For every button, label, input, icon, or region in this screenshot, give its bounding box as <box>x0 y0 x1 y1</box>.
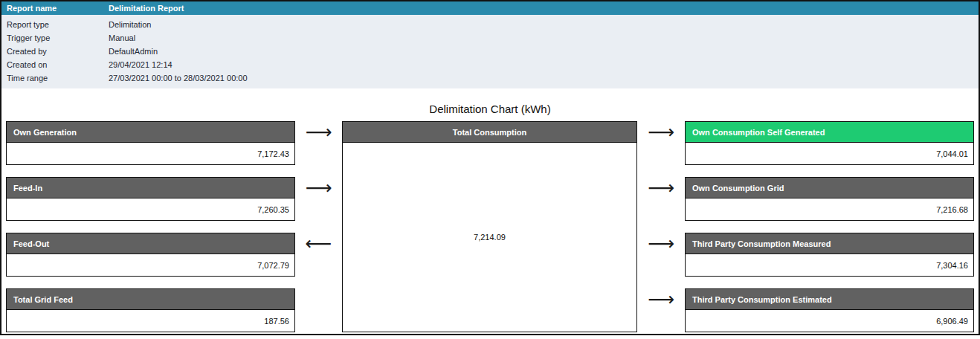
box-header: Total Grid Feed <box>6 288 295 310</box>
flow-arrow-cell: ⟶ <box>295 121 342 165</box>
info-row-trigger-type: Trigger type Manual <box>1 31 979 45</box>
arrow-left-icon: ⟵ <box>306 233 332 254</box>
info-row-created-on: Created on 29/04/2021 12:14 <box>1 58 979 71</box>
info-row-report-type: Report type Delimitation <box>1 18 979 31</box>
box-feed-in: Feed-In 7,260.35 <box>6 177 295 221</box>
box-header-highlighted: Own Consumption Self Generated <box>685 121 974 143</box>
arrow-right-icon: ⟶ <box>648 233 674 254</box>
info-label: Report type <box>1 20 109 29</box>
flow-arrow-cell: ⟶ <box>637 233 685 277</box>
box-own-consumption-self-generated: Own Consumption Self Generated 7,044.01 <box>685 121 974 165</box>
flow-arrow-cell: ⟶ <box>637 288 685 332</box>
box-own-consumption-grid: Own Consumption Grid 7,216.68 <box>685 177 974 221</box>
flow-arrow-cell: ⟶ <box>295 177 342 221</box>
info-value: 29/04/2021 12:14 <box>109 60 173 69</box>
report-name-value: Delimitation Report <box>109 4 184 13</box>
report-info-header-row: Report name Delimitation Report <box>1 1 979 15</box>
box-total-grid-feed: Total Grid Feed 187.56 <box>6 288 295 332</box>
info-value: Delimitation <box>109 20 151 29</box>
flow-arrow-cell: ⟶ <box>637 177 685 221</box>
box-value: 6,906.49 <box>685 310 974 332</box>
box-value: 7,214.09 <box>342 143 637 332</box>
box-header: Own Consumption Grid <box>685 177 974 198</box>
box-value: 7,260.35 <box>6 198 295 221</box>
box-third-party-consumption-measured: Third Party Consumption Measured 7,304.1… <box>685 233 974 277</box>
box-value: 7,172.43 <box>6 143 295 165</box>
box-header: Feed-Out <box>6 233 295 254</box>
box-header: Own Generation <box>6 121 295 143</box>
box-third-party-consumption-estimated: Third Party Consumption Estimated 6,906.… <box>685 288 974 332</box>
arrow-right-icon: ⟶ <box>306 177 332 198</box>
box-header: Third Party Consumption Measured <box>685 233 974 254</box>
box-value: 187.56 <box>6 310 295 332</box>
box-value: 7,072.79 <box>6 254 295 277</box>
info-value: Manual <box>109 33 135 42</box>
delimitation-chart: Own Generation 7,172.43 ⟶ Total Consumpt… <box>1 121 979 332</box>
info-row-created-by: Created by DefaultAdmin <box>1 45 979 58</box>
box-value: 7,044.01 <box>685 143 974 165</box>
box-header: Feed-In <box>6 177 295 198</box>
box-total-consumption: Total Consumption 7,214.09 <box>342 121 637 332</box>
info-label: Created on <box>1 60 109 69</box>
box-own-generation: Own Generation 7,172.43 <box>6 121 295 165</box>
info-value: 27/03/2021 00:00 to 28/03/2021 00:00 <box>109 74 248 83</box>
box-value: 7,304.16 <box>685 254 974 277</box>
info-value: DefaultAdmin <box>109 47 158 56</box>
box-header: Total Consumption <box>342 121 637 143</box>
box-header: Third Party Consumption Estimated <box>685 288 974 310</box>
info-label: Trigger type <box>1 33 109 42</box>
arrow-right-icon: ⟶ <box>648 177 674 198</box>
arrow-right-icon: ⟶ <box>306 121 332 143</box>
flow-arrow-cell: ⟶ <box>637 121 685 165</box>
report-name-label: Report name <box>1 4 109 13</box>
flow-arrow-cell: ⟵ <box>295 233 342 277</box>
info-label: Created by <box>1 47 109 56</box>
chart-title: Delimitation Chart (kWh) <box>1 103 979 114</box>
box-value: 7,216.68 <box>685 198 974 221</box>
report-page: Report name Delimitation Report Report t… <box>0 0 980 335</box>
info-label: Time range <box>1 74 109 83</box>
box-feed-out: Feed-Out 7,072.79 <box>6 233 295 277</box>
arrow-right-icon: ⟶ <box>648 288 674 310</box>
arrow-right-icon: ⟶ <box>648 121 674 143</box>
report-info-table: Report type Delimitation Trigger type Ma… <box>1 15 979 88</box>
info-row-time-range: Time range 27/03/2021 00:00 to 28/03/202… <box>1 71 979 85</box>
